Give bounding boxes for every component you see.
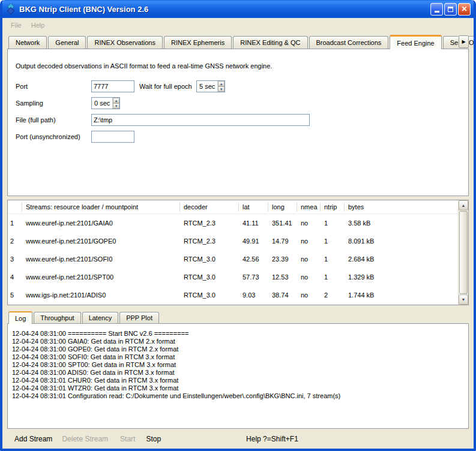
- cell-long: 14.79: [268, 237, 297, 245]
- menubar: File Help: [2, 18, 474, 32]
- start-button[interactable]: Start: [118, 434, 137, 444]
- cell-mountpoint: www.euref-ip.net:2101/SPT00: [22, 273, 180, 281]
- table-row[interactable]: 2 www.euref-ip.net:2101/GOPE0 RTCM_2.3 4…: [8, 232, 458, 250]
- cell-lat: 41.11: [239, 220, 268, 227]
- spin-up-button[interactable]: ▲: [113, 98, 119, 103]
- cell-mountpoint: www.igs-ip.net:2101/ADIS0: [22, 291, 180, 299]
- tab-network[interactable]: Network: [8, 36, 47, 49]
- arrow-up-icon: ▲: [462, 203, 466, 208]
- cell-ntrip: 1: [321, 273, 345, 281]
- table-row[interactable]: 5 www.igs-ip.net:2101/ADIS0 RTCM_3.0 9.0…: [8, 286, 458, 304]
- tab-label: PPP Plot: [126, 314, 152, 321]
- tab-feed-engine[interactable]: Feed Engine: [390, 35, 441, 49]
- wait-for-full-epoch-label: Wait for full epoch: [139, 83, 192, 90]
- arrow-down-icon: ▼: [462, 297, 466, 302]
- cell-decoder: RTCM_3.0: [180, 273, 239, 281]
- header-ntrip: ntrip: [321, 203, 345, 212]
- titlebar[interactable]: BKG Ntrip Client (BNC) Version 2.6 ✕: [2, 0, 474, 18]
- sampling-value: 0 sec: [92, 98, 112, 109]
- stop-button[interactable]: Stop: [143, 434, 163, 444]
- file-path-input[interactable]: [91, 114, 310, 126]
- log-line: 12-04-24 08:31:01 Configuration read: C:…: [12, 392, 464, 400]
- menu-file[interactable]: File: [6, 20, 26, 31]
- port-input[interactable]: [91, 80, 134, 92]
- log-line: 12-04-24 08:31:00 GAIA0: Get data in RTC…: [12, 338, 464, 345]
- row-number: 5: [8, 291, 22, 299]
- cell-long: 12.53: [268, 273, 297, 281]
- row-number: 3: [8, 255, 22, 263]
- cell-decoder: RTCM_3.0: [180, 255, 239, 263]
- header-rownum: [8, 203, 22, 212]
- cell-mountpoint: www.euref-ip.net:2101/GAIA0: [22, 220, 180, 227]
- tab-log[interactable]: Log: [8, 311, 32, 324]
- window-title: BKG Ntrip Client (BNC) Version 2.6: [19, 5, 430, 14]
- spin-down-button[interactable]: ▼: [218, 86, 224, 92]
- spin-down-button[interactable]: ▼: [113, 103, 119, 109]
- log-line: 12-04-24 08:31:00 ========== Start BNC v…: [12, 330, 464, 338]
- scroll-down-button[interactable]: ▼: [459, 294, 468, 305]
- client-area: Network General RINEX Observations RINEX…: [2, 32, 474, 449]
- scrollbar-thumb[interactable]: [459, 211, 468, 294]
- cell-ntrip: 1: [321, 255, 345, 263]
- tab-rinex-editing-qc[interactable]: RINEX Editing & QC: [233, 36, 307, 49]
- header-lat: lat: [239, 203, 268, 212]
- footer-bar: Add Stream Delete Stream Start Stop Help…: [7, 429, 469, 449]
- app-window: BKG Ntrip Client (BNC) Version 2.6 ✕ Fil…: [0, 0, 476, 451]
- tab-ppp-plot[interactable]: PPP Plot: [119, 312, 159, 323]
- maximize-button[interactable]: [444, 3, 457, 16]
- tab-label: Broadcast Corrections: [316, 39, 382, 46]
- cell-long: 351.41: [268, 220, 297, 227]
- tab-broadcast-corrections[interactable]: Broadcast Corrections: [309, 36, 389, 49]
- port-unsynchronized-input[interactable]: [91, 131, 134, 143]
- vertical-scrollbar[interactable]: ▲ ▼: [458, 200, 468, 305]
- tab-label: Throughput: [40, 314, 74, 321]
- spin-up-button[interactable]: ▲: [218, 81, 224, 86]
- log-line: 12-04-24 08:31:00 GOPE0: Get data in RTC…: [12, 345, 464, 353]
- chevron-right-icon: ▶: [462, 39, 465, 44]
- cell-bytes: 1.329 kB: [345, 273, 458, 281]
- sampling-spinbox[interactable]: 0 sec ▲ ▼: [91, 97, 120, 109]
- cell-lat: 42.56: [239, 255, 268, 263]
- cell-ntrip: 1: [321, 220, 345, 227]
- menu-help[interactable]: Help: [26, 20, 50, 31]
- tab-label: RINEX Editing & QC: [240, 39, 300, 46]
- tab-label: General: [55, 39, 79, 46]
- log-line: 12-04-24 08:31:01 WTZR0: Get data in RTC…: [12, 384, 464, 392]
- app-icon: [5, 4, 16, 14]
- cell-lat: 9.03: [239, 291, 268, 299]
- tab-bar: Network General RINEX Observations RINEX…: [7, 35, 469, 49]
- tab-general[interactable]: General: [48, 36, 86, 49]
- row-number: 4: [8, 273, 22, 281]
- cell-bytes: 2.684 kB: [345, 255, 458, 263]
- header-bytes: bytes: [345, 203, 458, 212]
- cell-lat: 57.73: [239, 273, 268, 281]
- cell-mountpoint: www.euref-ip.net:2101/GOPE0: [22, 237, 180, 245]
- cell-nmea: no: [297, 255, 321, 263]
- add-stream-button[interactable]: Add Stream: [12, 434, 55, 444]
- tab-scroll-right-button[interactable]: ▶: [459, 35, 469, 48]
- tab-rinex-observations[interactable]: RINEX Observations: [87, 36, 162, 49]
- cell-nmea: no: [297, 237, 321, 245]
- table-row[interactable]: 4 www.euref-ip.net:2101/SPT00 RTCM_3.0 5…: [8, 268, 458, 286]
- tab-label: Network: [16, 39, 40, 46]
- tab-latency[interactable]: Latency: [82, 312, 119, 323]
- panel-description: Output decoded observations in ASCII for…: [16, 62, 272, 70]
- cell-nmea: no: [297, 291, 321, 299]
- scroll-up-button[interactable]: ▲: [459, 200, 468, 211]
- cell-long: 38.74: [268, 291, 297, 299]
- tab-rinex-ephemeris[interactable]: RINEX Ephemeris: [164, 36, 232, 49]
- wait-spinbox[interactable]: 5 sec ▲ ▼: [196, 80, 225, 92]
- help-shortcut-hint: Help ?=Shift+F1: [246, 435, 298, 443]
- tab-throughput[interactable]: Throughput: [34, 312, 80, 323]
- minimize-button[interactable]: [430, 3, 443, 16]
- header-mountpoint: Streams: resource loader / mountpoint: [22, 203, 180, 212]
- header-long: long: [268, 203, 297, 212]
- cell-decoder: RTCM_2.3: [180, 220, 239, 227]
- table-row[interactable]: 3 www.euref-ip.net:2101/SOFI0 RTCM_3.0 4…: [8, 250, 458, 268]
- streams-table: Streams: resource loader / mountpoint de…: [7, 200, 469, 305]
- header-nmea: nmea: [297, 203, 321, 212]
- table-row[interactable]: 1 www.euref-ip.net:2101/GAIA0 RTCM_2.3 4…: [8, 214, 458, 232]
- delete-stream-button[interactable]: Delete Stream: [59, 434, 110, 444]
- feed-engine-panel: Output decoded observations in ASCII for…: [7, 49, 469, 196]
- close-button[interactable]: ✕: [458, 3, 471, 16]
